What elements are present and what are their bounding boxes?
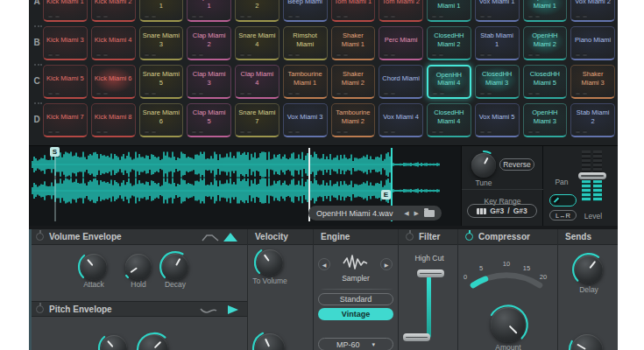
to-volume-knob[interactable]: [257, 249, 283, 276]
waveform-display[interactable]: S E OpenHH Miami 4.wav ◀ ▶: [29, 146, 462, 227]
sends-title: Sends: [565, 232, 591, 242]
delay-send-knob[interactable]: [575, 256, 603, 284]
loop-toggle[interactable]: [549, 194, 577, 206]
tune-knob[interactable]: [471, 153, 496, 178]
pad-stab-miami-2[interactable]: Stab Miami 2: [570, 103, 615, 137]
pad-label: Vox Miami 5: [477, 113, 518, 127]
pad-closedhh-miami-1[interactable]: ClosedHH Miami 1: [427, 0, 471, 22]
key-separator: /: [507, 206, 509, 215]
pad-shaker-miami-3[interactable]: Shaker Miami 3: [570, 65, 615, 99]
pad-clap-miami-2[interactable]: Clap Miami 2: [187, 26, 231, 60]
pad-perc-miami[interactable]: Perc Miami: [379, 26, 423, 60]
pad-kick-miami-2[interactable]: Kick Miami 2: [91, 0, 136, 22]
attack-knob[interactable]: [81, 254, 107, 280]
end-marker-flag[interactable]: E: [381, 190, 391, 200]
mode-vintage-button[interactable]: Vintage: [318, 308, 393, 320]
pad-snare-miami-5[interactable]: Snare Miami 5: [139, 65, 184, 99]
key-range-selector[interactable]: G#3 / G#3: [467, 204, 537, 218]
edit-panels: Volume Envelope Pitch Envelope Velocity …: [29, 226, 618, 350]
ahd-envelope-icon[interactable]: [202, 234, 219, 242]
pad-openhh-miami-1[interactable]: OpenHH Miami 1: [523, 0, 568, 22]
pitch-knob-2[interactable]: [138, 334, 168, 350]
pad-vox-miami-1[interactable]: Vox Miami 1: [475, 0, 520, 22]
engine-next-button[interactable]: ▶: [380, 258, 393, 270]
pad-stab-miami-1[interactable]: Stab Miami 1: [475, 26, 520, 60]
pad-kick-miami-1[interactable]: Kick Miami 1: [43, 0, 88, 22]
velocity-knob-2[interactable]: [255, 333, 285, 350]
stereo-swap-button[interactable]: L↔R: [549, 210, 577, 220]
pad-leds: [96, 15, 108, 18]
folder-icon[interactable]: [424, 210, 435, 217]
pad-vox-miami-5[interactable]: Vox Miami 5: [475, 103, 520, 137]
engine-model-dropdown[interactable]: MP-60 ▾: [318, 338, 393, 350]
pad-snare-miami-3[interactable]: Snare Miami 3: [139, 26, 184, 60]
power-icon[interactable]: [406, 233, 414, 241]
high-cut-handle[interactable]: [417, 270, 444, 277]
pad-openhh-miami-3[interactable]: OpenHH Miami 3: [523, 103, 568, 137]
pad-kick-miami-3[interactable]: Kick Miami 3: [43, 26, 88, 60]
pad-label: Kick Miami 8: [92, 113, 135, 127]
pad-closedhh-miami-4[interactable]: ClosedHH Miami 4: [427, 103, 471, 137]
pad-label: Vox Miami 3: [285, 113, 326, 127]
to-volume-label: To Volume: [244, 276, 296, 285]
pad-beep-miami[interactable]: Beep Miami: [283, 0, 328, 22]
power-icon[interactable]: [465, 233, 473, 241]
pad-kick-miami-7[interactable]: Kick Miami 7: [43, 103, 88, 137]
reverse-button[interactable]: Reverse: [499, 158, 534, 171]
pad-shaker-miami-1[interactable]: Shaker Miami 1: [331, 26, 376, 60]
decay-knob[interactable]: [162, 254, 188, 280]
pad-closedhh-miami-5[interactable]: ClosedHH Miami 5: [523, 65, 568, 99]
pad-clap-miami-1[interactable]: Clap Miami 1: [187, 0, 231, 22]
pad-closedhh-miami-3[interactable]: ClosedHH Miami 3: [475, 65, 520, 99]
decay-shape-icon[interactable]: [223, 233, 237, 242]
power-icon[interactable]: [36, 305, 44, 313]
low-cut-handle[interactable]: [403, 333, 430, 341]
pad-shaker-miami-2[interactable]: Shaker Miami 2: [331, 65, 376, 99]
level-label: Level: [577, 212, 609, 220]
start-marker-line[interactable]: [54, 148, 56, 221]
prev-sample-button[interactable]: ◀: [401, 210, 411, 217]
pad-label: Snare Miami 4: [236, 32, 279, 54]
pad-snare-miami-2[interactable]: Snare Miami 2: [235, 0, 280, 22]
pad-vox-miami-4[interactable]: Vox Miami 4: [379, 103, 423, 137]
pad-openhh-miami-2[interactable]: OpenHH Miami 2: [523, 26, 568, 60]
pitch-knob-1[interactable]: [101, 335, 127, 350]
pad-snare-miami-1[interactable]: Snare Miami 1: [139, 0, 184, 22]
pad-kick-miami-5[interactable]: Kick Miami 5: [43, 65, 88, 99]
pad-tambourine-miami-2[interactable]: Tambourine Miami 2: [331, 103, 376, 137]
pad-closedhh-miami-2[interactable]: ClosedHH Miami 2: [427, 26, 471, 60]
pad-tambourine-miami-1[interactable]: Tambourine Miami 1: [283, 65, 328, 99]
pad-openhh-miami-4[interactable]: OpenHH Miami 4: [427, 65, 471, 99]
pitch-curve-icon[interactable]: [200, 307, 217, 314]
next-sample-button[interactable]: ▶: [412, 210, 421, 217]
send-knob-2[interactable]: [571, 334, 603, 350]
pad-label: Kick Miami 1: [44, 0, 87, 11]
pad-snare-miami-4[interactable]: Snare Miami 4: [235, 26, 280, 60]
pad-vox-miami-3[interactable]: Vox Miami 3: [283, 103, 328, 137]
pad-rimshot-miami[interactable]: Rimshot Miami: [283, 26, 328, 60]
pad-clap-miami-5[interactable]: Clap Miami 5: [187, 103, 231, 137]
pad-piano-miami[interactable]: Piano Miami: [570, 26, 615, 60]
pad-clap-miami-4[interactable]: Clap Miami 4: [235, 65, 280, 99]
pad-tom-miami-2[interactable]: Tom Miami 2: [379, 0, 423, 22]
pad-kick-miami-6[interactable]: Kick Miami 6: [91, 65, 136, 99]
amount-knob[interactable]: [491, 307, 526, 342]
mode-standard-button[interactable]: Standard: [318, 293, 393, 305]
pad-snare-miami-7[interactable]: Snare Miami 7: [235, 103, 280, 137]
pad-snare-miami-6[interactable]: Snare Miami 6: [139, 103, 184, 137]
pad-leds: [288, 130, 300, 134]
pad-vox-miami-2[interactable]: Vox Miami 2: [570, 0, 615, 22]
pad-clap-miami-3[interactable]: Clap Miami 3: [187, 65, 231, 99]
pitch-ramp-icon[interactable]: [228, 305, 238, 314]
pad-kick-miami-8[interactable]: Kick Miami 8: [91, 103, 136, 137]
engine-prev-button[interactable]: ◀: [318, 258, 330, 270]
pad-label: Snare Miami 7: [236, 108, 279, 131]
level-slider-handle[interactable]: [578, 172, 606, 179]
start-marker-flag[interactable]: S: [50, 147, 60, 157]
pad-tom-miami-1[interactable]: Tom Miami 1: [331, 0, 376, 22]
filter-title: Filter: [419, 232, 440, 242]
hold-knob[interactable]: [125, 254, 152, 280]
pad-chord-miami[interactable]: Chord Miami: [379, 65, 423, 99]
power-icon[interactable]: [36, 233, 44, 241]
pad-kick-miami-4[interactable]: Kick Miami 4: [91, 26, 136, 60]
